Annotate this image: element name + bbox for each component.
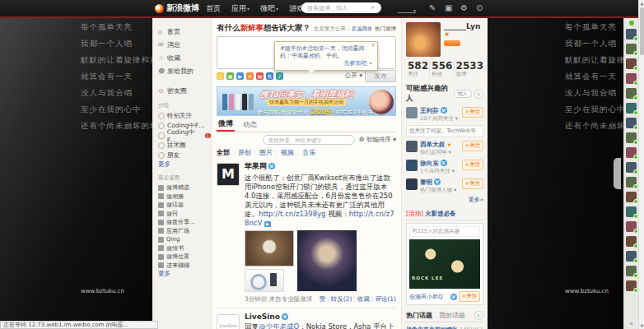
recommend-reason[interactable]: 热门微博人物 ▾ <box>420 187 460 194</box>
im-contact-avatar[interactable] <box>626 44 637 54</box>
sidebar-item-home[interactable]: ⌂首页 <box>158 25 211 38</box>
follow-button[interactable]: +关注 <box>462 178 483 189</box>
person-name[interactable]: 王利芬V <box>420 107 460 115</box>
avatar[interactable] <box>406 107 418 118</box>
person-name[interactable]: 黎明V <box>420 178 460 187</box>
apps-more-link[interactable]: 更多 <box>158 270 211 279</box>
emoticon-icon[interactable]: ☺ <box>217 72 224 80</box>
vote-icon[interactable]: ▤ <box>256 72 264 80</box>
im-contact-avatar[interactable] <box>626 103 637 114</box>
recommend-reason[interactable]: 10个共同关注 ▾ <box>420 115 460 123</box>
sidebar-item-messages[interactable]: ✉消息 <box>158 38 211 51</box>
image-icon[interactable]: ▦ <box>226 72 234 80</box>
follow-button[interactable]: +关注 <box>459 291 480 302</box>
smart-sort-dropdown[interactable]: ⚙ 智能排序 ▾ <box>359 136 396 144</box>
search-icon[interactable]: ⌕ <box>371 3 374 12</box>
im-contact-avatar[interactable] <box>626 162 637 173</box>
follow-button[interactable]: +关注 <box>462 107 483 118</box>
topic-link[interactable]: 战争中丧生前的瞬间 <box>406 326 457 329</box>
topic-icon[interactable]: # <box>246 72 254 80</box>
music-icon[interactable]: ♪ <box>276 72 283 80</box>
scroll-down-arrow[interactable]: ▼ <box>639 322 644 329</box>
activity-account-link[interactable]: @漫画小胖Q <box>409 293 447 301</box>
filter-music[interactable]: 音乐 <box>302 148 315 157</box>
weibo-logo[interactable]: 新浪微博 <box>155 2 199 14</box>
feed-search-input[interactable] <box>263 135 355 145</box>
post-image-lock-phone[interactable] <box>245 269 284 292</box>
avatar[interactable]: M <box>217 163 240 186</box>
im-contact-avatar[interactable] <box>626 266 637 276</box>
im-contact-avatar[interactable] <box>626 88 637 99</box>
follow-button[interactable]: +关注 <box>462 160 483 170</box>
app-topics[interactable]: 微话题 <box>158 201 211 210</box>
filter-original[interactable]: 原创 <box>238 148 251 157</box>
app-square[interactable]: 应用广场 <box>158 227 211 236</box>
tab-activity[interactable]: 动态 <box>243 120 257 132</box>
post-author[interactable]: 苹果网V <box>245 161 396 172</box>
avatar[interactable] <box>406 178 418 190</box>
post-author[interactable]: LiveSinoV <box>245 313 396 321</box>
follow-button[interactable]: +关注 <box>462 141 483 151</box>
avatar[interactable] <box>406 160 418 171</box>
repost-action[interactable]: 转发(2) <box>331 295 352 303</box>
refresh-icon[interactable]: ↻ <box>474 90 483 99</box>
tab-my-topics[interactable]: 我的话题 <box>439 311 468 320</box>
stat-following[interactable]: 582关注 <box>406 61 430 78</box>
tab-weibo[interactable]: 微博 <box>217 118 235 132</box>
im-contact-avatar[interactable] <box>626 58 637 69</box>
ad-banner[interactable]: × 搜Ta问美女，看明星福利 快来赢取为期一月的手机抽奖活动 参与回帖就能拿大奖… <box>217 86 396 116</box>
recommend-more-link[interactable]: 更多» <box>406 196 483 204</box>
video-icon[interactable]: ▶ <box>236 72 244 80</box>
profile-name[interactable]: ______Lyn <box>444 22 483 30</box>
compose-icon[interactable]: ✎ <box>429 3 436 13</box>
settings-gear-icon[interactable]: ⚙ <box>460 3 468 13</box>
app-weikan[interactable]: 微刊 <box>158 210 211 219</box>
avatar[interactable] <box>406 141 418 152</box>
ticker-link[interactable]: 京温商城女孩系自主坠亡排除刑事嫌疑 <box>352 25 372 32</box>
app-photo-album[interactable]: 微相册 <box>158 192 211 202</box>
im-contact-avatar[interactable] <box>626 206 637 217</box>
person-name[interactable]: 徐向东V <box>420 160 460 168</box>
dock-collapse-handle[interactable] <box>614 158 621 189</box>
panel-icon[interactable]: ▣ <box>445 3 452 13</box>
tab-hot-topics[interactable]: 热门话题 <box>406 311 432 320</box>
global-search-input[interactable] <box>301 2 381 13</box>
mention-link[interactable]: @少年老成O <box>259 322 299 329</box>
im-contact-avatar[interactable] <box>626 192 637 202</box>
app-chat[interactable]: 进来聊聊 <box>158 262 211 271</box>
nav-home[interactable]: 首页 <box>206 3 221 14</box>
logout-power-icon[interactable]: ⊙ <box>476 3 483 13</box>
vertical-scrollbar[interactable]: ▲ ▼ <box>638 0 644 329</box>
recommend-reason[interactable]: 你们是同学 ▾ <box>420 149 460 156</box>
close-icon[interactable]: × <box>390 87 394 94</box>
activity-image[interactable]: ROCK LEE <box>409 239 480 289</box>
nav-apps[interactable]: 应用▾ <box>231 3 250 14</box>
app-weibo-featured[interactable]: 微博精选 <box>158 183 211 192</box>
online-status-dot[interactable] <box>629 21 634 25</box>
im-contact-avatar[interactable] <box>626 236 637 247</box>
group-special-follow[interactable]: 特别关注 <box>158 111 211 121</box>
hot-weibo-link[interactable]: 热门微博 <box>375 25 396 33</box>
scroll-up-arrow[interactable]: ▲ <box>639 0 644 7</box>
sidebar-item-close-friends[interactable]: ⊙密友圈 <box>158 84 211 97</box>
im-contact-avatar[interactable] <box>626 73 637 84</box>
app-qing[interactable]: Qing <box>158 235 211 244</box>
im-contact-avatar[interactable] <box>626 280 637 291</box>
im-contact-avatar[interactable] <box>626 147 637 158</box>
filter-images[interactable]: 图片 <box>259 148 273 157</box>
dock-collapse-icon[interactable]: » <box>629 320 633 327</box>
post-link[interactable]: http://t.cn/z1398yg <box>259 210 326 218</box>
nav-weiba[interactable]: 微吧▾ <box>260 3 278 14</box>
app-vdisk[interactable]: 微盘分享… <box>158 218 211 227</box>
im-contact-avatar[interactable] <box>626 29 637 39</box>
close-icon[interactable]: × <box>371 42 376 49</box>
avatar[interactable]: LiveSino <box>217 314 240 329</box>
stat-posts[interactable]: 2533微博 <box>455 61 483 78</box>
im-contact-avatar[interactable] <box>626 132 637 143</box>
app-love-letter[interactable]: 微情书 <box>158 244 211 253</box>
person-name[interactable]: 西单大叔 ★ <box>420 141 460 149</box>
like-action[interactable]: 赞 <box>320 295 326 303</box>
refresh-icon[interactable]: ↻ <box>474 311 483 320</box>
im-contact-avatar[interactable] <box>626 221 637 232</box>
group-friends[interactable]: 朋友 <box>158 151 211 160</box>
